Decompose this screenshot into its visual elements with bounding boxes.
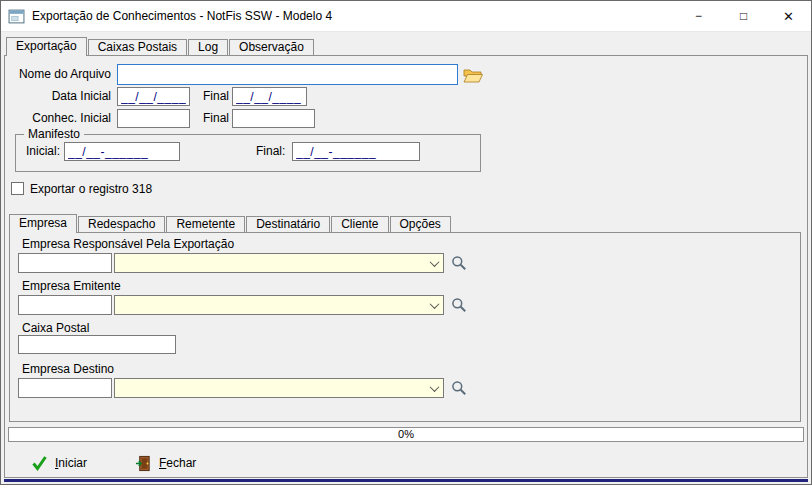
data-final-input[interactable] [232,87,307,106]
empresa-responsavel-combo-value [115,254,426,272]
close-button[interactable]: ✕ [766,1,811,31]
empresa-emitente-search-button[interactable] [450,296,468,314]
chevron-down-icon [426,379,443,397]
manifesto-inicial-input[interactable] [64,142,180,161]
nome-arquivo-input[interactable] [117,64,458,85]
manifesto-final-input[interactable] [292,142,420,161]
empresa-tab-page: Empresa Responsável Pela Exportação Empr… [9,232,801,422]
exit-door-icon [135,455,152,472]
caixa-postal-input[interactable] [18,335,176,354]
bottom-accent-bar [4,479,808,482]
empresa-destino-combo-value [115,379,426,397]
data-final-label: Final [203,90,229,103]
empresa-responsavel-label: Empresa Responsável Pela Exportação [22,238,234,251]
app-icon [8,8,25,25]
iniciar-label: Iniciar [55,456,87,470]
data-inicial-input[interactable] [117,87,190,106]
fechar-button[interactable]: Fechar [135,453,196,473]
main-tab-strip: Exportação Caixas Postais Log Observação [6,37,315,56]
manifesto-title: Manifesto [24,127,84,141]
conhec-inicial-label: Conhec. Inicial [5,112,111,125]
tab-empresa[interactable]: Empresa [9,214,77,233]
manifesto-groupbox: Manifesto Inicial: Final: [15,134,481,172]
manifesto-final-label: Final: [256,145,285,158]
tab-opcoes[interactable]: Opções [390,216,451,232]
exportar-318-label: Exportar o registro 318 [30,183,152,196]
exportacao-tab-page: Nome do Arquivo Data Inicial Final Conhe… [4,55,808,478]
chevron-down-icon [426,296,443,314]
empresa-responsavel-combo[interactable] [114,253,444,273]
tab-observacao[interactable]: Observação [229,39,314,55]
tab-redespacho[interactable]: Redespacho [78,216,165,232]
progress-bar: 0% [8,427,804,442]
browse-file-button[interactable] [461,65,485,85]
empresa-responsavel-search-button[interactable] [450,254,468,272]
title-bar: Exportação de Conhecimentos - NotFis SSW… [1,1,811,32]
tab-caixas-postais[interactable]: Caixas Postais [88,39,187,55]
exportar-318-checkbox[interactable] [11,182,24,195]
conhec-final-label: Final [203,112,229,125]
empresa-destino-label: Empresa Destino [22,363,114,376]
empresa-destino-search-button[interactable] [450,379,468,397]
tab-destinatario[interactable]: Destinatário [246,216,330,232]
chevron-down-icon [426,254,443,272]
window-title: Exportação de Conhecimentos - NotFis SSW… [32,9,332,23]
maximize-button[interactable]: □ [721,1,766,31]
window-controls: − □ ✕ [676,1,811,31]
progress-text: 0% [398,428,414,440]
data-inicial-label: Data Inicial [5,90,111,103]
tab-cliente[interactable]: Cliente [331,216,388,232]
search-icon [451,255,467,271]
tab-log[interactable]: Log [188,39,228,55]
caixa-postal-label: Caixa Postal [22,322,89,335]
empresa-emitente-combo[interactable] [114,295,444,315]
app-window: Exportação de Conhecimentos - NotFis SSW… [0,0,812,485]
conhec-final-input[interactable] [232,109,315,128]
inner-tab-strip: Empresa Redespacho Remetente Destinatári… [9,214,452,233]
tab-exportacao[interactable]: Exportação [6,37,87,56]
empresa-emitente-combo-value [115,296,426,314]
nome-arquivo-label: Nome do Arquivo [5,68,111,81]
iniciar-button[interactable]: Iniciar [31,453,87,473]
empresa-destino-code-input[interactable] [18,378,112,398]
search-icon [451,380,467,396]
empresa-responsavel-code-input[interactable] [18,253,112,273]
minimize-button[interactable]: − [676,1,721,31]
open-folder-icon [463,68,483,83]
conhec-inicial-input[interactable] [117,109,190,128]
fechar-label: Fechar [159,456,196,470]
empresa-emitente-code-input[interactable] [18,295,112,315]
empresa-emitente-label: Empresa Emitente [22,280,121,293]
empresa-destino-combo[interactable] [114,378,444,398]
check-icon [31,455,48,471]
manifesto-inicial-label: Inicial: [26,145,60,158]
search-icon [451,297,467,313]
tab-remetente[interactable]: Remetente [166,216,245,232]
